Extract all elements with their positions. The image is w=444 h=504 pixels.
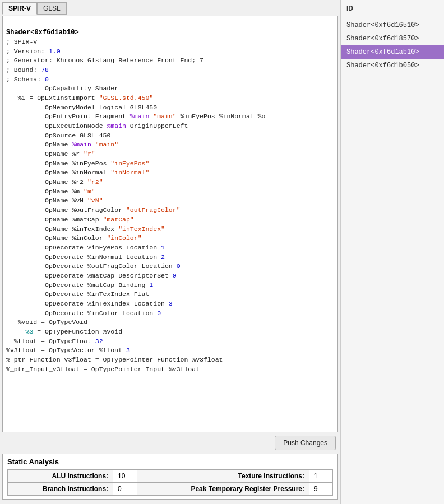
alu-value: 10 — [113, 470, 137, 483]
push-area: Push Changes — [2, 432, 338, 454]
static-analysis-panel: Static Analysis ALU Instructions: 10 Tex… — [2, 454, 338, 500]
analysis-row-2: Branch Instructions: 0 Peak Temporary Re… — [8, 483, 333, 496]
left-panel: SPIR-V GLSL Shader<0xf6d1ab10> ; SPIR-V … — [0, 0, 340, 504]
shader-list: Shader<0xf6d16510> Shader<0xf6d18570> Sh… — [341, 16, 444, 75]
analysis-table: ALU Instructions: 10 Texture Instruction… — [7, 469, 333, 496]
peak-label: Peak Temporary Register Pressure: — [137, 483, 309, 496]
shader-item-0[interactable]: Shader<0xf6d16510> — [341, 19, 444, 32]
branch-label: Branch Instructions: — [8, 483, 113, 496]
right-panel: ID Shader<0xf6d16510> Shader<0xf6d18570>… — [340, 0, 444, 504]
main-container: SPIR-V GLSL Shader<0xf6d1ab10> ; SPIR-V … — [0, 0, 444, 504]
static-analysis-title: Static Analysis — [7, 457, 333, 466]
texture-label: Texture Instructions: — [137, 470, 309, 483]
right-panel-header: ID — [341, 2, 444, 16]
analysis-row-1: ALU Instructions: 10 Texture Instruction… — [8, 470, 333, 483]
tab-spirv[interactable]: SPIR-V — [2, 2, 37, 15]
code-title: Shader<0xf6d1ab10> — [6, 29, 79, 36]
code-editor[interactable]: Shader<0xf6d1ab10> ; SPIR-V ; Version: 1… — [2, 16, 338, 432]
peak-value: 9 — [309, 483, 332, 496]
shader-item-2[interactable]: Shader<0xf6d1ab10> — [341, 45, 444, 59]
push-changes-button[interactable]: Push Changes — [275, 436, 336, 450]
code-line: ; SPIR-V ; Version: 1.0 ; Generator: Khr… — [6, 38, 265, 373]
tabs: SPIR-V GLSL — [2, 2, 338, 15]
shader-item-1[interactable]: Shader<0xf6d18570> — [341, 32, 444, 45]
texture-value: 1 — [309, 470, 332, 483]
tab-glsl[interactable]: GLSL — [37, 2, 67, 15]
branch-value: 0 — [113, 483, 137, 496]
shader-item-3[interactable]: Shader<0xf6d1b050> — [341, 59, 444, 72]
alu-label: ALU Instructions: — [8, 470, 113, 483]
